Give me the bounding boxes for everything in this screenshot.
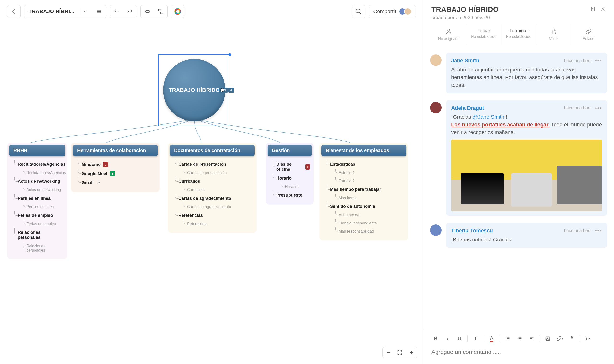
branch-item[interactable]: Más responsabilidad (327, 227, 404, 235)
comment-body: ¡Buenas noticias! Gracias. (451, 236, 602, 244)
branch-item[interactable]: Actos de networking (14, 177, 63, 186)
mention[interactable]: @Jane Smith (472, 114, 504, 120)
branch-item[interactable]: Aumento de (327, 211, 404, 219)
redo-button[interactable] (123, 5, 137, 18)
branch-item-label: Currículos (187, 188, 205, 192)
branch-item[interactable]: Horarios (273, 183, 310, 191)
branch-item[interactable]: Referencias (175, 211, 253, 220)
branch-gestion[interactable]: GestiónDías de oficina♪HorarioHorariosPr… (266, 143, 314, 205)
text-color-button[interactable]: A (486, 333, 497, 344)
branch-rrhh[interactable]: RRHHReclutadores/AgenciasReclutadores/Ag… (7, 143, 67, 259)
bold-button[interactable]: B (430, 333, 441, 344)
branch-documentos[interactable]: Documentos de contrataciónCartas de pres… (168, 143, 257, 233)
comment-menu-button[interactable]: ••• (595, 227, 602, 234)
branch-header[interactable]: RRHH (9, 145, 65, 156)
panel-subtitle: creado por en 2020 nov. 20 (431, 15, 606, 20)
comment-author[interactable]: Adela Dragut (451, 104, 484, 112)
attachment-badge[interactable]: ⇩ (228, 88, 234, 92)
insert-subtopic-button[interactable] (154, 5, 167, 18)
branch-item[interactable]: Cartas de agradecimiento (175, 203, 253, 211)
branch-item[interactable]: Mindomo♪ (78, 160, 156, 169)
comment-time: hace una hora (564, 58, 592, 64)
branch-item[interactable]: Perfiles en línea (14, 194, 63, 203)
branch-item[interactable]: Gmail↗ (78, 178, 156, 187)
comment-input[interactable] (430, 344, 607, 360)
comment-menu-button[interactable]: ••• (595, 57, 602, 65)
comment-bubble: Tiberiu Tomescuhace una hora•••¡Buenas n… (446, 222, 607, 248)
branch-item[interactable]: Actos de networking (14, 186, 63, 194)
insert-topic-button[interactable] (141, 5, 154, 18)
branch-item[interactable]: Estadísticas (327, 160, 404, 169)
share-button[interactable]: Compartir (369, 5, 416, 18)
back-button[interactable] (7, 5, 21, 18)
branch-item[interactable]: Reclutadores/Agencias (14, 169, 63, 177)
branch-item[interactable]: Días de oficina♪ (273, 160, 310, 174)
branch-header[interactable]: Bienestar de los empleados (321, 145, 406, 156)
branch-item[interactable]: Cartas de agradecimiento (175, 194, 253, 203)
comment-avatar (430, 102, 442, 113)
meta-item[interactable]: IniciarNo establecido (467, 25, 501, 44)
zoom-out-button[interactable]: − (382, 347, 394, 358)
zoom-fit-button[interactable] (394, 347, 405, 358)
menu-button[interactable] (92, 5, 106, 18)
meta-item[interactable]: TerminarNo establecido (501, 25, 536, 44)
branch-item[interactable]: Cartas de presentación (175, 160, 253, 169)
comment-author[interactable]: Tiberiu Tomescu (451, 227, 493, 234)
quote-button[interactable]: ❝ (566, 333, 577, 344)
comment-menu-button[interactable]: ••• (595, 104, 602, 112)
comment-body: Acabo de adjuntar un esquema con todas l… (451, 66, 602, 89)
branch-item[interactable]: Trabajo independiente (327, 219, 404, 227)
branch-herramientas[interactable]: Herramientas de colaboraciónMindomo♪Goog… (71, 143, 160, 192)
search-button[interactable] (352, 5, 365, 18)
title-dropdown[interactable] (79, 5, 92, 18)
branch-item[interactable]: Presupuesto (273, 191, 310, 200)
underline-button[interactable]: U (454, 333, 465, 344)
zoom-in-button[interactable]: + (405, 347, 417, 358)
branch-item[interactable]: Referencias (175, 220, 253, 228)
link-button[interactable]: ▾ (554, 333, 565, 344)
comment-author[interactable]: Jane Smith (451, 57, 479, 65)
branch-header[interactable]: Documentos de contratación (170, 145, 255, 156)
svg-point-3 (356, 9, 360, 13)
font-button[interactable]: T (470, 333, 481, 344)
meta-item[interactable]: Enlace (571, 25, 606, 44)
branch-item[interactable]: Más tiempo para trabajar (327, 185, 404, 194)
meta-item[interactable]: Votar (536, 25, 571, 44)
branch-item[interactable]: Estudio 1 (327, 169, 404, 177)
mindmap-canvas[interactable]: TRABAJO HÍBRIDO 💬3 ⇩ RRHHReclutadores/Ag… (0, 23, 423, 364)
clear-format-button[interactable]: T× (582, 333, 593, 344)
unordered-list-button[interactable] (514, 333, 525, 344)
branch-item[interactable]: Google Meet■ (78, 169, 156, 178)
comments-badge[interactable]: 💬3 (219, 88, 228, 92)
italic-button[interactable]: I (442, 333, 453, 344)
branch-header[interactable]: Herramientas de colaboración (73, 145, 158, 156)
image-button[interactable] (542, 333, 553, 344)
meta-item[interactable]: No asignada (431, 25, 467, 44)
branch-item[interactable]: Horario (273, 174, 310, 183)
close-panel-button[interactable] (600, 6, 606, 13)
app-logo-button[interactable] (171, 5, 184, 18)
branch-item[interactable]: Cartas de presentación (175, 169, 253, 177)
branch-item[interactable]: Sentido de autonomía (327, 202, 404, 211)
branch-item-label: Cartas de presentación (187, 171, 227, 175)
branch-item[interactable]: Currículos (175, 177, 253, 186)
branch-item[interactable]: Perfiles en línea (14, 203, 63, 211)
comment-image[interactable] (451, 140, 602, 211)
branch-item[interactable]: Más horas (327, 194, 404, 202)
branch-header[interactable]: Gestión (268, 145, 312, 156)
branch-item[interactable]: Ferias de empleo (14, 220, 63, 228)
branch-item[interactable]: Ferias de empleo (14, 211, 63, 220)
branch-item[interactable]: Currículos (175, 186, 253, 194)
branch-item[interactable]: Estudio 2 (327, 177, 404, 185)
align-button[interactable] (526, 333, 537, 344)
branch-bienestar[interactable]: Bienestar de los empleadosEstadísticasEs… (319, 143, 408, 240)
map-title[interactable]: TRABAJO HÍBRI... (24, 5, 79, 18)
ordered-list-button[interactable] (502, 333, 513, 344)
undo-button[interactable] (110, 5, 123, 18)
branch-item[interactable]: Reclutadores/Agencias (14, 160, 63, 169)
collapse-panel-button[interactable] (589, 6, 595, 13)
central-node[interactable]: TRABAJO HÍBRIDO 💬3 ⇩ (163, 59, 225, 121)
branch-item-label: Relaciones personales (18, 230, 63, 240)
branch-item[interactable]: Relaciones personales (14, 242, 63, 254)
branch-item[interactable]: Relaciones personales (14, 228, 63, 242)
